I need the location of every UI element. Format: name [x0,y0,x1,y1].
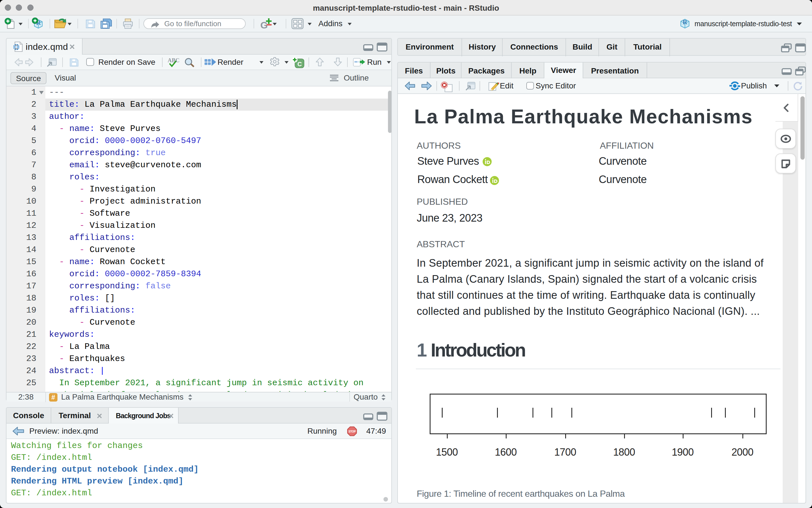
svg-text:ABC: ABC [168,57,179,64]
svg-text:STOP: STOP [349,430,356,433]
svg-text:R: R [683,18,687,26]
svg-text:C: C [297,60,302,68]
